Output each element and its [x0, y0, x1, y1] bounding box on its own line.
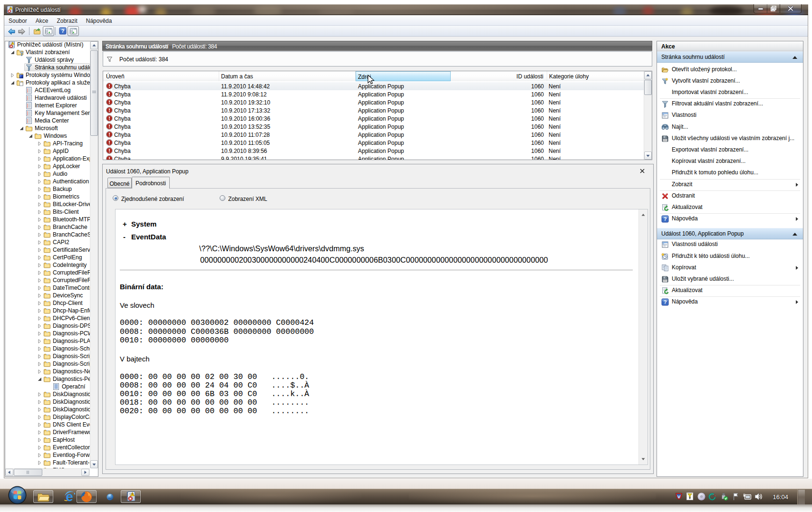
svg-text:V: V [677, 494, 681, 499]
svg-text:?: ? [664, 299, 667, 305]
svg-text:?: ? [664, 216, 667, 222]
svg-text:?: ? [61, 28, 65, 34]
